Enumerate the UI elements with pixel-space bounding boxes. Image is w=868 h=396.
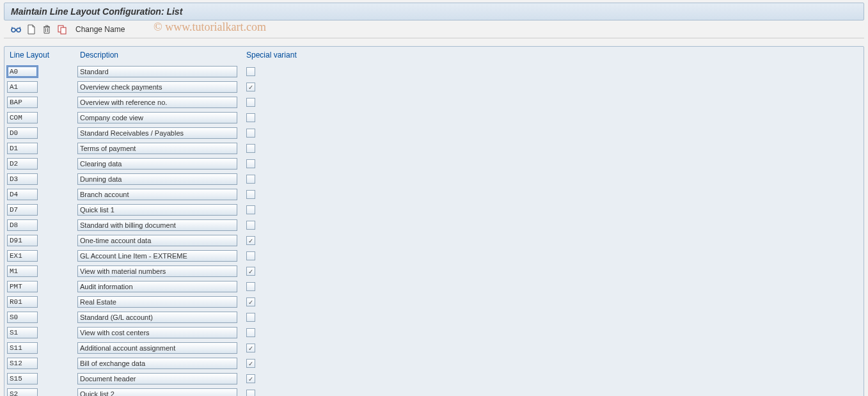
line-layout-code-input[interactable] bbox=[7, 143, 38, 154]
column-header-description[interactable]: Description bbox=[77, 49, 244, 63]
line-layout-code-input[interactable] bbox=[7, 235, 38, 246]
copy-icon[interactable] bbox=[56, 24, 68, 35]
line-layout-description-input[interactable] bbox=[77, 342, 237, 354]
special-variant-checkbox[interactable] bbox=[246, 67, 255, 76]
line-layout-code-input[interactable] bbox=[7, 127, 38, 139]
special-variant-checkbox[interactable] bbox=[246, 313, 255, 322]
line-layout-description-input[interactable] bbox=[77, 327, 237, 338]
special-variant-checkbox[interactable] bbox=[246, 251, 255, 260]
change-name-button[interactable]: Change Name bbox=[75, 25, 125, 34]
line-layout-code-input[interactable] bbox=[7, 281, 38, 292]
list-panel: Line Layout Description Special variant bbox=[4, 46, 864, 396]
special-variant-checkbox[interactable] bbox=[246, 144, 255, 153]
line-layout-description-input[interactable] bbox=[77, 127, 237, 139]
special-variant-checkbox[interactable] bbox=[246, 297, 255, 306]
line-layout-code-input[interactable] bbox=[7, 173, 38, 185]
line-layout-code-input[interactable] bbox=[7, 189, 38, 200]
special-variant-checkbox[interactable] bbox=[246, 282, 255, 291]
line-layout-code-input[interactable] bbox=[7, 327, 38, 338]
line-layout-description-input[interactable] bbox=[77, 250, 237, 262]
special-variant-checkbox[interactable] bbox=[246, 236, 255, 245]
line-layout-code-input[interactable] bbox=[7, 158, 38, 170]
line-layout-description-input[interactable] bbox=[77, 281, 237, 292]
line-layout-description-input[interactable] bbox=[77, 235, 237, 246]
svg-rect-3 bbox=[61, 28, 66, 34]
line-layout-description-input[interactable] bbox=[77, 388, 237, 396]
special-variant-checkbox[interactable] bbox=[246, 390, 255, 396]
line-layout-description-input[interactable] bbox=[77, 189, 237, 200]
column-header-special-variant[interactable]: Special variant bbox=[244, 49, 327, 63]
special-variant-checkbox[interactable] bbox=[246, 267, 255, 276]
line-layout-description-input[interactable] bbox=[77, 112, 237, 123]
special-variant-checkbox[interactable] bbox=[246, 175, 255, 184]
line-layout-code-input[interactable] bbox=[7, 342, 38, 354]
line-layout-description-input[interactable] bbox=[77, 143, 237, 154]
line-layout-description-input[interactable] bbox=[77, 158, 237, 170]
line-layout-code-input[interactable] bbox=[7, 81, 38, 93]
delete-icon[interactable] bbox=[41, 24, 52, 35]
line-layout-code-input[interactable] bbox=[7, 373, 38, 384]
line-layout-description-input[interactable] bbox=[77, 265, 237, 277]
line-layout-description-input[interactable] bbox=[77, 373, 237, 384]
special-variant-checkbox[interactable] bbox=[246, 359, 255, 368]
special-variant-checkbox[interactable] bbox=[246, 221, 255, 230]
special-variant-checkbox[interactable] bbox=[246, 159, 255, 168]
line-layout-description-input[interactable] bbox=[77, 173, 237, 185]
line-layout-code-input[interactable] bbox=[7, 388, 38, 396]
line-layout-description-input[interactable] bbox=[77, 219, 237, 231]
line-layout-code-input[interactable] bbox=[7, 312, 38, 323]
line-layout-code-input[interactable] bbox=[7, 296, 38, 308]
line-layout-description-input[interactable] bbox=[77, 81, 237, 93]
special-variant-checkbox[interactable] bbox=[246, 190, 255, 199]
line-layout-description-input[interactable] bbox=[77, 66, 237, 77]
line-layout-code-input[interactable] bbox=[7, 112, 38, 123]
line-layout-code-input[interactable] bbox=[7, 265, 38, 277]
special-variant-checkbox[interactable] bbox=[246, 344, 255, 352]
column-header-line-layout[interactable]: Line Layout bbox=[7, 49, 77, 63]
glasses-icon[interactable] bbox=[10, 24, 22, 35]
special-variant-checkbox[interactable] bbox=[246, 129, 255, 138]
line-layout-description-input[interactable] bbox=[77, 204, 237, 216]
line-layout-description-input[interactable] bbox=[77, 97, 237, 108]
special-variant-checkbox[interactable] bbox=[246, 328, 255, 337]
special-variant-checkbox[interactable] bbox=[246, 98, 255, 107]
line-layout-code-input[interactable] bbox=[7, 219, 38, 231]
line-layout-description-input[interactable] bbox=[77, 296, 237, 308]
special-variant-checkbox[interactable] bbox=[246, 83, 255, 91]
line-layout-description-input[interactable] bbox=[77, 358, 237, 369]
line-layout-code-input[interactable] bbox=[7, 97, 38, 108]
special-variant-checkbox[interactable] bbox=[246, 374, 255, 383]
line-layout-code-input[interactable] bbox=[7, 358, 38, 369]
page-title: Maintain Line Layout Configuration: List bbox=[4, 3, 864, 20]
special-variant-checkbox[interactable] bbox=[246, 205, 255, 214]
line-layout-description-input[interactable] bbox=[77, 312, 237, 323]
toolbar: Change Name bbox=[4, 20, 864, 38]
new-page-icon[interactable] bbox=[26, 24, 37, 35]
special-variant-checkbox[interactable] bbox=[246, 113, 255, 122]
line-layout-code-input[interactable] bbox=[7, 204, 38, 216]
line-layout-code-input[interactable] bbox=[7, 66, 38, 77]
line-layout-code-input[interactable] bbox=[7, 250, 38, 262]
